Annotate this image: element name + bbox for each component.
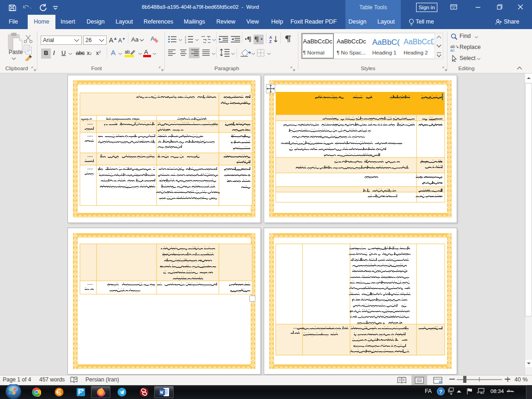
svg-text:3: 3 xyxy=(185,41,187,43)
svg-text:A: A xyxy=(144,48,148,55)
svg-text:a: a xyxy=(205,38,207,41)
svg-text:?: ? xyxy=(439,389,442,394)
svg-text:Z: Z xyxy=(269,39,272,43)
svg-text:ac: ac xyxy=(450,48,455,52)
svg-text:ab: ab xyxy=(125,49,130,54)
svg-text:A: A xyxy=(151,35,155,42)
svg-text:1: 1 xyxy=(208,36,210,38)
svg-text:i: i xyxy=(205,42,206,43)
